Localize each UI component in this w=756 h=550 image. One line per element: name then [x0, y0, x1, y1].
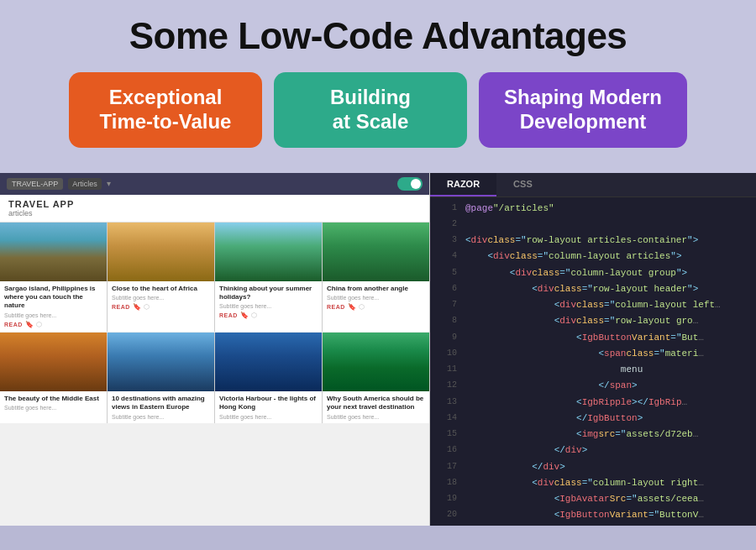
line-num-20: 20: [435, 507, 457, 523]
line-num-18: 18: [435, 475, 457, 491]
article-card-2[interactable]: Close to the heart of Africa Subtitle go…: [108, 223, 214, 332]
toolbar-nav-label: Articles: [68, 178, 102, 190]
code-line-19: 19 <IgbAvatar Src="assets/ceea…: [430, 491, 756, 507]
article-1-title: Sargao island, Philippines is where you …: [4, 285, 102, 311]
article-4-title: China from another angle: [327, 285, 425, 293]
toolbar-app-label: TRAVEL-APP: [7, 178, 63, 190]
article-2-subtitle: Subtitle goes here...: [112, 295, 210, 301]
badge-shaping-development: Shaping ModernDevelopment: [479, 72, 687, 148]
tab-razor[interactable]: RAZOR: [430, 173, 496, 196]
code-line-10: 10 <span class="materi…: [430, 346, 756, 362]
article-card-7[interactable]: Victoria Harbour - the lights of Hong Ko…: [215, 333, 322, 423]
article-8-title: Why South America should be your next tr…: [327, 395, 425, 412]
article-2-bookmark-icon[interactable]: 🔖: [133, 303, 141, 311]
code-line-18: 18 <div class="column-layout right…: [430, 475, 756, 491]
line-num-13: 13: [435, 395, 457, 411]
travel-app-header: TRAVEL APP articles: [0, 195, 429, 223]
article-5-subtitle: Subtitle goes here...: [4, 405, 102, 411]
line-num-5: 5: [435, 265, 457, 281]
code-line-1: 1 @page "/articles": [430, 201, 756, 217]
code-line-20: 20 <IgbButton Variant="ButtonV…: [430, 507, 756, 523]
line-num-21: 21: [435, 524, 457, 526]
code-tabs-bar: RAZOR CSS: [430, 173, 756, 197]
article-card-4[interactable]: China from another angle Subtitle goes h…: [323, 223, 429, 332]
article-3-share-icon[interactable]: ⬡: [251, 312, 257, 319]
line-num-15: 15: [435, 427, 457, 443]
badge-time-to-value: ExceptionalTime-to-Value: [69, 72, 262, 148]
toolbar-arrow-icon: ▾: [107, 179, 111, 188]
code-line-12: 12 </span>: [430, 378, 756, 394]
code-line-8: 8 <div class="row-layout gro…: [430, 313, 756, 329]
line-num-19: 19: [435, 491, 457, 507]
code-line-21: 21 <span class="material-i…: [430, 524, 756, 526]
badge-building-scale: Buildingat Scale: [274, 72, 467, 148]
travel-app-title: TRAVEL APP: [8, 199, 421, 209]
badges-row: ExceptionalTime-to-Value Buildingat Scal…: [17, 72, 739, 148]
code-line-3: 3 <div class="row-layout articles-contai…: [430, 233, 756, 249]
travel-app-panel: TRAVEL-APP Articles ▾ TRAVEL APP article…: [0, 173, 430, 526]
code-line-9: 9 <IgbButton Variant="But…: [430, 330, 756, 346]
toggle-switch[interactable]: [397, 177, 423, 191]
article-4-subtitle: Subtitle goes here...: [327, 295, 425, 301]
code-editor-panel: RAZOR CSS 1 @page "/articles" 2 3 <div c…: [430, 173, 756, 526]
line-num-9: 9: [435, 330, 457, 346]
articles-grid-row1: Sargao island, Philippines is where you …: [0, 223, 429, 332]
line-num-3: 3: [435, 233, 457, 249]
article-3-bookmark-icon[interactable]: 🔖: [240, 312, 249, 319]
article-card-3[interactable]: Thinking about your summer holidays? Sub…: [215, 223, 322, 332]
line-num-11: 11: [435, 362, 457, 378]
article-2-share-icon[interactable]: ⬡: [144, 303, 150, 311]
article-card-6[interactable]: 10 destinations with amazing views in Ea…: [108, 333, 214, 423]
code-line-15: 15 <img src="assets/d72eb…: [430, 427, 756, 443]
article-7-subtitle: Subtitle goes here...: [219, 414, 318, 420]
line-num-8: 8: [435, 313, 457, 329]
article-6-subtitle: Subtitle goes here...: [112, 414, 210, 420]
article-1-subtitle: Subtitle goes here...: [4, 312, 102, 318]
article-card-1[interactable]: Sargao island, Philippines is where you …: [0, 223, 107, 332]
code-line-13: 13 <IgbRipple></IgbRip…: [430, 395, 756, 411]
article-4-bookmark-icon[interactable]: 🔖: [348, 303, 356, 311]
article-8-subtitle: Subtitle goes here...: [327, 414, 425, 420]
line-num-6: 6: [435, 281, 457, 297]
code-line-14: 14 </IgbButton>: [430, 411, 756, 427]
articles-grid-row2: The beauty of the Middle East Subtitle g…: [0, 333, 429, 423]
article-5-title: The beauty of the Middle East: [4, 395, 102, 403]
article-3-read-btn[interactable]: READ: [219, 312, 238, 318]
article-6-title: 10 destinations with amazing views in Ea…: [112, 395, 210, 412]
article-1-bookmark-icon[interactable]: 🔖: [25, 321, 34, 328]
content-area: TRAVEL-APP Articles ▾ TRAVEL APP article…: [0, 173, 756, 526]
code-line-7: 7 <div class="column-layout left…: [430, 297, 756, 313]
header-bg: Some Low-Code Advantages ExceptionalTime…: [0, 0, 756, 173]
article-2-read-btn[interactable]: READ: [112, 304, 130, 310]
app-toolbar: TRAVEL-APP Articles ▾: [0, 173, 429, 195]
code-line-6: 6 <div class="row-layout header">: [430, 281, 756, 297]
article-7-title: Victoria Harbour - the lights of Hong Ko…: [219, 395, 318, 412]
line-num-10: 10: [435, 346, 457, 362]
article-1-read-btn[interactable]: READ: [4, 322, 23, 327]
page-wrapper: Some Low-Code Advantages ExceptionalTime…: [0, 0, 756, 550]
code-line-17: 17 </div>: [430, 459, 756, 475]
articles-section-label: articles: [8, 209, 421, 217]
article-2-title: Close to the heart of Africa: [112, 285, 210, 293]
page-title: Some Low-Code Advantages: [17, 15, 739, 57]
code-line-2: 2: [430, 217, 756, 233]
line-num-2: 2: [435, 217, 457, 233]
article-3-subtitle: Subtitle goes here...: [219, 303, 318, 309]
code-line-5: 5 <div class="column-layout group">: [430, 265, 756, 281]
article-4-share-icon[interactable]: ⬡: [359, 303, 365, 311]
line-num-7: 7: [435, 297, 457, 313]
line-num-16: 16: [435, 443, 457, 458]
line-num-4: 4: [435, 249, 457, 265]
line-num-14: 14: [435, 411, 457, 427]
article-1-share-icon[interactable]: ⬡: [36, 321, 42, 328]
line-num-1: 1: [435, 201, 457, 217]
article-3-title: Thinking about your summer holidays?: [219, 285, 318, 302]
code-body: 1 @page "/articles" 2 3 <div class="row-…: [430, 197, 756, 526]
article-4-read-btn[interactable]: READ: [327, 304, 345, 310]
article-card-5[interactable]: The beauty of the Middle East Subtitle g…: [0, 333, 107, 423]
tab-css[interactable]: CSS: [496, 173, 549, 196]
article-card-8[interactable]: Why South America should be your next tr…: [323, 333, 429, 423]
code-line-4: 4 <div class="column-layout articles">: [430, 249, 756, 265]
code-line-16: 16 </div>: [430, 443, 756, 458]
line-num-17: 17: [435, 459, 457, 475]
